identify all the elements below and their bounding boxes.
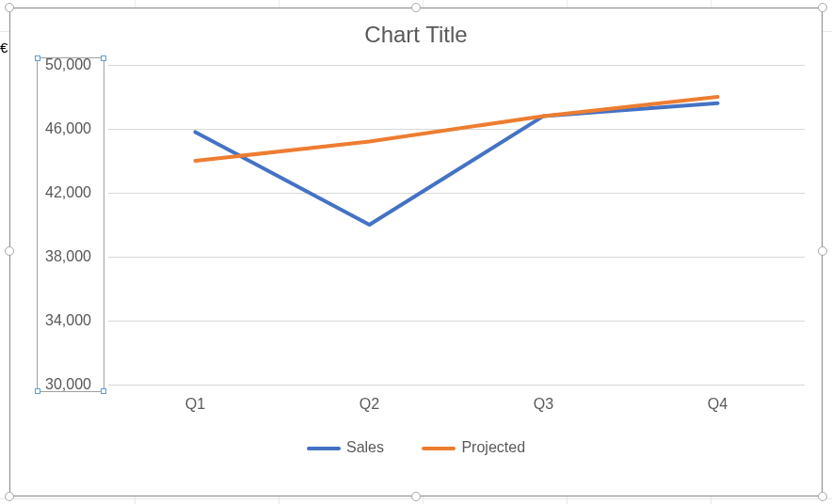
- resize-handle-sw[interactable]: [5, 492, 14, 501]
- resize-handle-w[interactable]: [5, 246, 14, 256]
- y-tick-label: 30,000: [25, 376, 91, 393]
- y-tick-label: 38,000: [25, 248, 91, 265]
- chart-object[interactable]: Chart Title 30,00034,00038,00042,00046,0…: [9, 8, 823, 496]
- legend-item-projected[interactable]: Projected: [422, 439, 525, 456]
- resize-handle-ne[interactable]: [818, 3, 827, 12]
- legend-swatch-sales: [307, 447, 341, 450]
- resize-handle-n[interactable]: [411, 3, 421, 12]
- x-tick-label: Q2: [351, 396, 389, 413]
- legend-label-sales: Sales: [346, 439, 384, 455]
- chart-title[interactable]: Chart Title: [10, 22, 822, 48]
- y-tick-label: 42,000: [25, 184, 91, 201]
- legend-item-sales[interactable]: Sales: [307, 439, 384, 456]
- resize-handle-nw[interactable]: [5, 3, 14, 12]
- x-tick-label: Q1: [177, 396, 215, 413]
- chart-lines: [108, 65, 805, 385]
- x-tick-label: Q4: [699, 396, 737, 413]
- sheet-cell-partial: €: [0, 39, 8, 55]
- y-axis-selection: [37, 57, 104, 392]
- series-line-projected[interactable]: [196, 97, 718, 161]
- resize-handle-se[interactable]: [818, 492, 827, 501]
- legend-label-projected: Projected: [461, 439, 525, 455]
- series-line-sales[interactable]: [196, 103, 718, 225]
- x-tick-label: Q3: [525, 396, 563, 413]
- y-tick-label: 34,000: [25, 312, 91, 329]
- resize-handle-s[interactable]: [411, 492, 421, 501]
- y-tick-label: 50,000: [25, 56, 91, 73]
- legend[interactable]: Sales Projected: [10, 439, 822, 456]
- legend-swatch-projected: [422, 447, 456, 450]
- plot-area[interactable]: [108, 65, 805, 385]
- y-tick-label: 46,000: [25, 120, 91, 137]
- resize-handle-e[interactable]: [818, 246, 827, 256]
